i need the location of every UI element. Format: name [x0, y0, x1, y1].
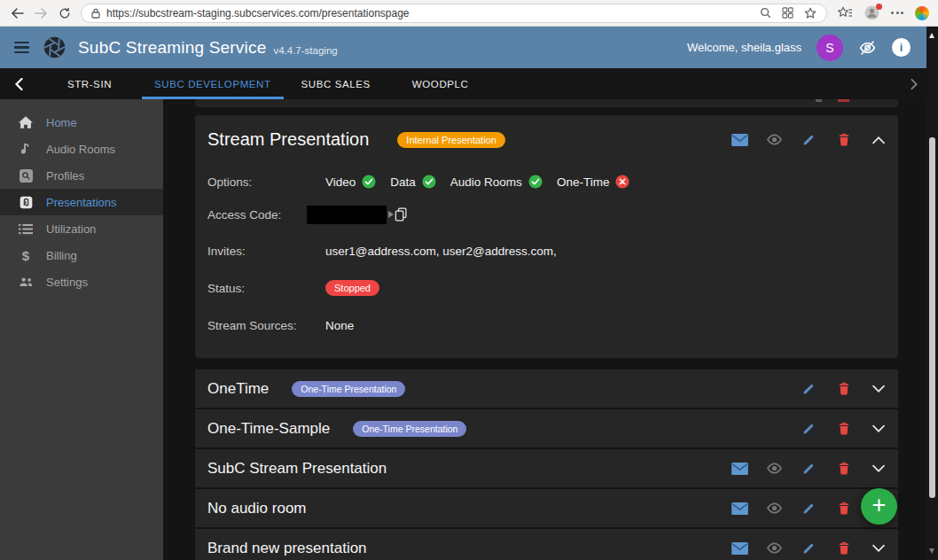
welcome-text: Welcome, sheila.glass	[687, 41, 801, 54]
expand-icon[interactable]	[870, 380, 887, 397]
url-text: https://subcstream-staging.subcservices.…	[106, 7, 754, 19]
delete-icon[interactable]	[835, 460, 852, 477]
scrollbar-down-arrow-icon[interactable]	[929, 548, 934, 554]
page-scrollbar[interactable]	[926, 27, 938, 560]
option-audio-rooms: Audio Rooms	[450, 175, 543, 189]
user-avatar[interactable]: S	[817, 35, 843, 61]
copilot-icon[interactable]	[915, 6, 929, 20]
presentation-row-no-audio-room[interactable]: No audio room	[195, 489, 898, 527]
presentation-title: One-Time-Sample	[207, 420, 330, 438]
expand-icon[interactable]	[870, 460, 887, 477]
copy-icon[interactable]	[388, 207, 407, 222]
option-video: Video	[325, 175, 376, 189]
sidebar-item-settings[interactable]: Settings	[0, 268, 163, 295]
tab-subc-development[interactable]: SUBC DEVELOPMENT	[142, 68, 284, 99]
list-icon	[18, 223, 34, 235]
check-circle-icon	[422, 175, 436, 189]
presentation-row-one-time-sample[interactable]: One-Time-Sample One-Time Presentation	[195, 409, 898, 447]
app-window: SubC Streaming Service v4.4.7-staging We…	[0, 27, 938, 560]
sidebar-item-profiles[interactable]: Profiles	[0, 162, 163, 189]
subc-logo	[43, 35, 66, 59]
sidebar-item-presentations[interactable]: Presentations	[0, 189, 163, 215]
tab-subc-sales[interactable]: SUBC SALES	[284, 68, 388, 99]
delete-icon[interactable]	[835, 500, 852, 517]
search-icon[interactable]	[760, 7, 771, 19]
visibility-off-icon[interactable]	[858, 40, 877, 56]
sidebar-item-audio-rooms[interactable]: Audio Rooms	[0, 136, 163, 162]
people-icon	[18, 276, 34, 287]
add-presentation-button[interactable]: +	[861, 488, 897, 525]
browser-menu-icon[interactable]	[891, 12, 903, 14]
presentations-page: Stream Presentation Internal Presentatio…	[163, 99, 926, 560]
stream-sources-value: None	[325, 319, 354, 332]
option-data: Data	[390, 175, 436, 189]
delete-icon[interactable]	[835, 131, 852, 148]
tabs-scroll-right-icon[interactable]	[902, 68, 926, 99]
presentation-row-brand-new-presentation[interactable]: Brand new presentation	[195, 529, 898, 560]
scrollbar-up-arrow-icon[interactable]	[929, 33, 934, 38]
hamburger-menu-icon[interactable]	[12, 40, 31, 56]
expand-icon[interactable]	[870, 420, 887, 437]
screen: https://subcstream-staging.subcservices.…	[0, 0, 938, 560]
presentation-list: OneTime One-Time Presentation	[195, 369, 898, 560]
browser-forward-button[interactable]	[33, 5, 49, 21]
stream-sources-field: Stream Sources: None	[195, 315, 898, 335]
mail-icon[interactable]	[731, 131, 748, 148]
browser-back-button[interactable]	[9, 5, 25, 21]
presentation-row-onetime[interactable]: OneTime One-Time Presentation	[195, 369, 898, 408]
eye-icon[interactable]	[766, 500, 783, 517]
edit-icon[interactable]	[801, 131, 817, 148]
collapse-icon[interactable]	[870, 131, 887, 148]
profile-notification-dot	[876, 4, 882, 10]
sidebar-item-label: Profiles	[46, 169, 84, 183]
check-circle-icon	[528, 175, 543, 189]
sidebar-item-home[interactable]: Home	[0, 109, 163, 136]
edit-icon[interactable]	[801, 500, 817, 517]
eye-icon[interactable]	[766, 131, 783, 148]
tab-str-sin[interactable]: STR-SIN	[37, 68, 142, 99]
expand-icon[interactable]	[870, 540, 887, 556]
mail-icon[interactable]	[731, 500, 748, 517]
lock-icon	[91, 8, 100, 19]
sidebar-item-label: Settings	[46, 276, 88, 289]
option-label: Audio Rooms	[450, 175, 522, 189]
edit-icon[interactable]	[801, 380, 817, 397]
scrollbar-thumb[interactable]	[929, 137, 935, 498]
edit-icon[interactable]	[801, 460, 817, 477]
option-one-time: One-Time	[557, 175, 630, 189]
app-title: SubC Streaming Service	[78, 38, 266, 58]
info-icon[interactable]: i	[892, 38, 911, 57]
split-screen-icon[interactable]	[782, 7, 793, 19]
tabs-scroll-left-icon[interactable]	[0, 68, 37, 99]
invites-value: user1@address.com, user2@address.com,	[325, 245, 557, 258]
eye-icon[interactable]	[766, 460, 783, 477]
app-version: v4.4.7-staging	[273, 45, 337, 56]
option-label: Data	[390, 175, 416, 189]
organization-tab-bar: STR-SIN SUBC DEVELOPMENT SUBC SALES WOOD…	[0, 68, 926, 99]
edit-icon[interactable]	[801, 540, 817, 556]
edit-icon[interactable]	[801, 420, 817, 437]
presentation-row-subc-stream-presentation[interactable]: SubC Stream Presentation	[195, 449, 898, 487]
partial-row-above	[195, 99, 898, 107]
favorites-bar-icon[interactable]	[838, 6, 853, 19]
address-bar[interactable]: https://subcstream-staging.subcservices.…	[81, 4, 827, 23]
presentation-title: Brand new presentation	[207, 540, 367, 557]
sidebar-item-label: Audio Rooms	[46, 143, 115, 156]
sidebar-item-utilization[interactable]: Utilization	[0, 215, 163, 242]
favorite-star-icon[interactable]	[804, 7, 817, 19]
eye-icon[interactable]	[766, 540, 783, 556]
clipped-delete-icon-sliver	[838, 99, 849, 102]
delete-icon[interactable]	[835, 380, 852, 397]
delete-icon[interactable]	[835, 540, 852, 556]
delete-icon[interactable]	[835, 420, 852, 437]
cross-circle-icon	[615, 175, 629, 189]
browser-chrome: https://subcstream-staging.subcservices.…	[0, 0, 938, 27]
browser-profile-avatar[interactable]	[864, 5, 879, 20]
sidebar-item-billing[interactable]: $ Billing	[0, 242, 163, 268]
browser-refresh-button[interactable]	[57, 5, 73, 21]
presentation-title: Stream Presentation	[207, 129, 369, 150]
option-label: Video	[325, 175, 356, 189]
tab-woodplc[interactable]: WOODPLC	[388, 68, 493, 99]
mail-icon[interactable]	[731, 460, 748, 477]
mail-icon[interactable]	[731, 540, 748, 556]
